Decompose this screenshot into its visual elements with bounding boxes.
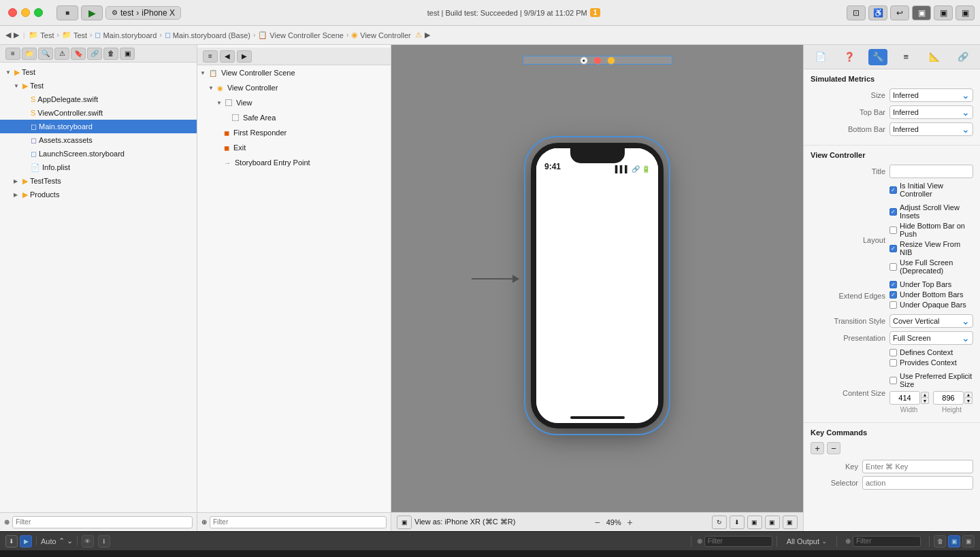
panel-bottom-button[interactable]: ▣: [934, 5, 953, 20]
handle-amber[interactable]: [593, 56, 602, 65]
nav-btn-8[interactable]: ▣: [120, 48, 135, 60]
scene-item-safe-area[interactable]: ▶ Safe Area: [197, 110, 391, 125]
download-button[interactable]: ⬇: [730, 516, 745, 529]
size-dropdown[interactable]: Inferred ⌄: [889, 88, 973, 102]
bottom-filter-input-2[interactable]: [853, 536, 921, 547]
transition-style-dropdown-control[interactable]: Cover Vertical ⌄: [889, 314, 973, 328]
run-button[interactable]: ▶: [81, 5, 103, 20]
nav-btn-6[interactable]: 🔗: [87, 48, 102, 60]
auto-selector[interactable]: Auto ⌃ ⌄: [36, 537, 78, 545]
back-button[interactable]: ↩: [890, 5, 909, 20]
top-bar-dropdown[interactable]: Inferred ⌄: [889, 105, 973, 119]
sidebar-filter-input[interactable]: [12, 516, 193, 528]
device-selector[interactable]: ⚙ test › iPhone X: [105, 6, 181, 20]
height-step-up[interactable]: ▲: [964, 392, 973, 398]
breadcrumb-nav-back[interactable]: ◀: [5, 31, 11, 39]
scene-filter-input[interactable]: [210, 516, 387, 528]
insp-tab-size[interactable]: 📐: [925, 49, 944, 65]
adjust-scroll-cb[interactable]: ✓: [889, 208, 897, 216]
scene-item-view[interactable]: ▼ View: [197, 95, 391, 110]
file-tree-item-launchscreen[interactable]: ◻ LaunchScreen.storyboard: [0, 147, 197, 161]
provides-context-cb[interactable]: [889, 359, 897, 367]
nav-btn-1[interactable]: ≡: [5, 48, 20, 60]
kc-remove-button[interactable]: −: [827, 442, 840, 454]
scene-view-list[interactable]: ≡: [203, 50, 218, 63]
scene-nav-next[interactable]: ▶: [237, 50, 252, 63]
nav-btn-7[interactable]: 🗑: [103, 48, 118, 60]
close-button[interactable]: [8, 8, 17, 17]
scene-item-storyboard-entry[interactable]: ▶ → Storyboard Entry Point: [197, 155, 391, 170]
panel-right-button[interactable]: ▣: [956, 5, 975, 20]
hide-bottom-cb[interactable]: [889, 226, 897, 234]
handle-green[interactable]: [607, 56, 615, 65]
vc-title-input-wrapper[interactable]: [889, 165, 973, 178]
trash-button[interactable]: 🗑: [934, 535, 946, 547]
width-step-up[interactable]: ▲: [921, 392, 929, 398]
warning-badge[interactable]: 1: [590, 8, 601, 17]
scene-item-first-responder[interactable]: ▶ ◼ First Responder: [197, 125, 391, 140]
maximize-button[interactable]: [34, 8, 43, 17]
scene-item-exit[interactable]: ▶ ◼ Exit: [197, 140, 391, 155]
stop-button[interactable]: ■: [56, 5, 78, 20]
zoom-out-button[interactable]: −: [591, 516, 604, 528]
debug-btn-2[interactable]: ▶: [20, 535, 32, 547]
file-tree-item-appdelegate[interactable]: S AppDelegate.swift: [0, 92, 197, 106]
height-input[interactable]: [933, 391, 964, 405]
file-tree-item-products[interactable]: ▶ ▶ Products: [0, 188, 197, 201]
panel-left-button[interactable]: ▣: [912, 5, 931, 20]
nav-btn-5[interactable]: 🔖: [71, 48, 86, 60]
width-input[interactable]: [889, 391, 920, 405]
nav-btn-3[interactable]: 🔍: [38, 48, 53, 60]
file-tree-item-mainstoryboard[interactable]: ◻ Main.storyboard: [0, 120, 197, 133]
vc-title-input[interactable]: [889, 165, 973, 178]
breadcrumb-nav-forward[interactable]: ▶: [14, 31, 19, 39]
breadcrumb-test1[interactable]: 📁 Test: [29, 31, 54, 39]
breadcrumb-storyboard-base[interactable]: ◻ Main.storyboard (Base): [165, 31, 250, 39]
use-preferred-explicit-cb[interactable]: [889, 377, 897, 384]
eye-button[interactable]: 👁: [82, 535, 94, 547]
info-button[interactable]: ℹ: [98, 535, 110, 547]
bottom-bar-dropdown[interactable]: Inferred ⌄: [889, 122, 973, 136]
presentation-dropdown-control[interactable]: Full Screen ⌄: [889, 331, 973, 345]
iphone-mockup-wrapper[interactable]: 9:41 ▌▌▌ 🔗 🔋: [531, 143, 664, 428]
under-top-bars-cb[interactable]: ✓: [889, 281, 897, 288]
breadcrumb-scene[interactable]: 📋 View Controller Scene: [258, 31, 344, 39]
breadcrumb-vc[interactable]: ◉ View Controller: [351, 31, 410, 39]
panel-btn-1[interactable]: ▣: [948, 535, 960, 547]
minimize-button[interactable]: [21, 8, 30, 17]
bottom-bar-dropdown-control[interactable]: Inferred ⌄: [889, 122, 973, 136]
file-tree-item-assets[interactable]: ◻ Assets.xcassets: [0, 133, 197, 147]
file-tree-item-infoplist[interactable]: 📄 Info.plist: [0, 161, 197, 174]
presentation-dropdown[interactable]: Full Screen ⌄: [889, 331, 973, 345]
insp-tab-attributes[interactable]: ≡: [896, 49, 915, 65]
nav-btn-4[interactable]: ⚠: [54, 48, 69, 60]
file-tree-item-test-child[interactable]: ▼ ▶ Test: [0, 79, 197, 92]
breadcrumb-next[interactable]: ▶: [425, 31, 430, 39]
under-bottom-bars-cb[interactable]: ✓: [889, 291, 897, 299]
file-tree-item-viewcontroller[interactable]: S ViewController.swift: [0, 106, 197, 120]
kc-add-button[interactable]: +: [811, 442, 824, 454]
nav-btn-2[interactable]: 📁: [22, 48, 37, 60]
screen-record-button[interactable]: ⊡: [847, 5, 866, 20]
iphone-mockup[interactable]: 9:41 ▌▌▌ 🔗 🔋: [531, 143, 664, 428]
height-step-down[interactable]: ▼: [964, 398, 973, 404]
zoom-in-button[interactable]: +: [624, 516, 636, 528]
scene-nav-prev[interactable]: ◀: [220, 50, 235, 63]
use-full-screen-cb[interactable]: [889, 263, 897, 271]
file-tree-item-test-root[interactable]: ▼ ▶ Test: [0, 65, 197, 79]
transition-style-dropdown[interactable]: Cover Vertical ⌄: [889, 314, 973, 328]
file-tree-item-testtests[interactable]: ▶ ▶ TestTests: [0, 174, 197, 188]
handle-close[interactable]: ●: [580, 56, 588, 65]
bottom-filter-input[interactable]: [704, 536, 772, 547]
canvas-content[interactable]: ● 9:41 ▌▌▌ 🔗: [391, 45, 803, 512]
resize-view-cb[interactable]: ✓: [889, 245, 897, 252]
scene-item-vc[interactable]: ▼ ◉ View Controller: [197, 80, 391, 95]
breadcrumb-storyboard[interactable]: ◻ Main.storyboard: [95, 31, 157, 39]
insp-tab-connections[interactable]: 🔗: [953, 49, 973, 65]
breadcrumb-test2[interactable]: 📁 Test: [62, 31, 87, 39]
insp-tab-file[interactable]: 📄: [811, 49, 830, 65]
kc-key-input[interactable]: [862, 460, 973, 473]
panel-btn-2[interactable]: ▣: [962, 535, 975, 547]
kc-selector-input[interactable]: [862, 476, 973, 490]
split-view-button[interactable]: ▣: [397, 516, 412, 529]
